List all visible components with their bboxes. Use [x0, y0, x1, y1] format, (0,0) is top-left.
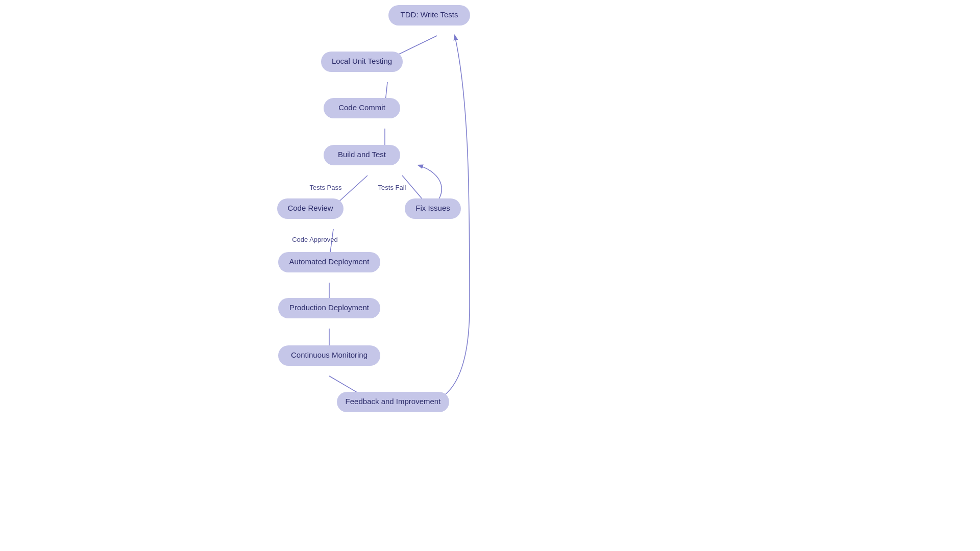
node-proddeploy-label: Production Deployment: [289, 303, 370, 312]
node-build-label: Build and Test: [338, 150, 386, 159]
label-tests-fail: Tests Fail: [378, 184, 406, 191]
node-monitoring-label: Continuous Monitoring: [291, 350, 368, 359]
label-tests-pass: Tests Pass: [310, 184, 342, 191]
node-local-label: Local Unit Testing: [332, 57, 392, 65]
node-fix-label: Fix Issues: [415, 204, 450, 212]
label-code-approved: Code Approved: [292, 236, 338, 243]
node-feedback-label: Feedback and Improvement: [346, 397, 442, 406]
node-commit-label: Code Commit: [338, 103, 386, 112]
node-autodeploy-label: Automated Deployment: [289, 257, 370, 266]
diagram-container: TDD: Write Tests Local Unit Testing Code…: [0, 0, 980, 551]
node-review-label: Code Review: [287, 204, 333, 212]
node-tdd-label: TDD: Write Tests: [401, 10, 458, 19]
